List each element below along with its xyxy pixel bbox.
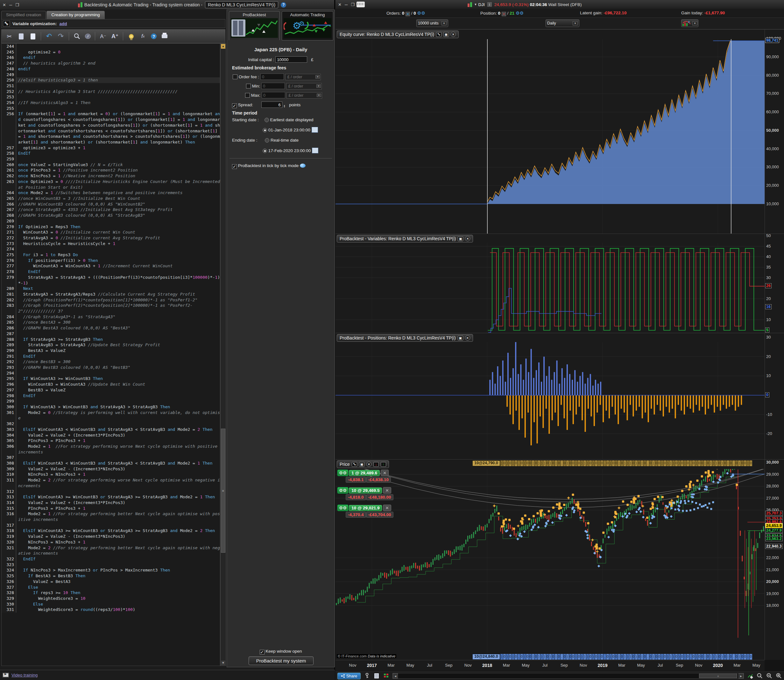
redo-icon[interactable]: ↷ bbox=[57, 33, 65, 40]
code-line[interactable]: 257 optimize3 = optimize3 + 1 bbox=[2, 145, 220, 151]
starting-calendar-icon[interactable] bbox=[312, 127, 318, 133]
code-line[interactable]: 272 StratAvgA3 = 0 //Initialize current … bbox=[2, 235, 220, 241]
code-line[interactable]: 308 ElsIf WinCountA3 < WinCountB3 and St… bbox=[2, 460, 220, 466]
buy-icon[interactable]: ↑ bbox=[381, 462, 386, 467]
tab-automatic-trading[interactable]: Automatic Trading ⚙⚙ bbox=[282, 11, 333, 40]
code-line[interactable]: 282 //Graph (PositionPerf(1)*countofposi… bbox=[2, 297, 220, 303]
code-line[interactable]: 250//elsif heuristicsalgo3 = 1 then bbox=[2, 77, 220, 83]
sell-icon[interactable]: ↓ bbox=[373, 462, 379, 467]
window-icon[interactable]: ▣ bbox=[458, 336, 463, 340]
tick-mode-tooltip-icon[interactable] bbox=[300, 164, 306, 168]
undo-icon[interactable]: ↶ bbox=[45, 33, 53, 40]
code-line[interactable]: 293 //GRAPH BestB3 coloured (0,0,0) AS "… bbox=[2, 365, 220, 370]
font-larger-icon[interactable]: A⁺ bbox=[111, 33, 119, 40]
maximize-window-icon[interactable]: ❒ bbox=[15, 3, 19, 7]
timeframe-dropdown[interactable]: Daily▼ bbox=[546, 19, 579, 27]
code-editor[interactable]: 244245 optimise2 = 0246 endif247 // heur… bbox=[1, 43, 220, 666]
insert-function-icon[interactable]: fx bbox=[139, 33, 147, 40]
add-chart-button[interactable]: + ▼ bbox=[681, 19, 698, 27]
code-line[interactable]: 304 ValueZ = ValueZ + (Increment3*PIncPo… bbox=[2, 433, 220, 438]
close-icon[interactable]: ✕ bbox=[451, 32, 456, 37]
ending-realtime-radio[interactable] bbox=[265, 138, 269, 143]
code-line[interactable]: 291 EndIf bbox=[2, 354, 220, 359]
scroll-up-icon[interactable]: ▲ bbox=[221, 44, 226, 49]
code-line[interactable]: 251 bbox=[2, 83, 220, 89]
code-line[interactable]: 305 PIncPos3 = PIncPos3 + 1 bbox=[2, 438, 220, 444]
wrench-icon[interactable]: 🔧︎ bbox=[436, 32, 442, 37]
ending-date-radio[interactable] bbox=[263, 149, 267, 153]
code-line[interactable]: 283 //Graph (PositionPerf(2)*countofposi… bbox=[2, 302, 220, 314]
minimize-window-icon[interactable]: ─ bbox=[9, 3, 12, 7]
code-line[interactable]: 258EndIf bbox=[2, 151, 220, 156]
close-window-icon[interactable]: ✕ bbox=[3, 3, 6, 7]
code-line[interactable]: 327 Else bbox=[2, 584, 220, 590]
position-settings-icon[interactable]: ⚙⚙ bbox=[338, 505, 348, 511]
code-line[interactable]: 264once Mode2 = 1 //Switches between neg… bbox=[2, 190, 220, 196]
code-line[interactable]: 267//once StratAvgB3 = 4353 //Initialize… bbox=[2, 207, 220, 212]
code-line[interactable]: 306 Mode2 = 1 //For strategy performing … bbox=[2, 444, 220, 455]
chart-edit-icon[interactable] bbox=[747, 673, 754, 679]
code-line[interactable]: 303 ElsIf WinCountA3 < WinCountB3 and St… bbox=[2, 427, 220, 433]
code-line[interactable]: 320 NIncPos3 = NIncPos3 + 1 bbox=[2, 539, 220, 545]
close-window-icon[interactable]: ✕ bbox=[338, 2, 342, 7]
orders-key-icon[interactable] bbox=[364, 673, 370, 679]
tab-probacktest[interactable]: ProBacktest bbox=[229, 11, 280, 40]
close-position-icon[interactable]: ✕ bbox=[383, 505, 391, 511]
code-line[interactable]: 268//GRAPH StratAvgB3 coloured (0,0,0) A… bbox=[2, 212, 220, 218]
code-line[interactable]: 273 HeuristicsCycle = HeuristicsCycle + … bbox=[2, 241, 220, 247]
scrollbar-thumb[interactable]: ≡ bbox=[221, 429, 226, 553]
spread-checkbox[interactable]: ✓ bbox=[232, 104, 237, 108]
code-line[interactable]: 248endif bbox=[2, 66, 220, 72]
code-line[interactable]: 285 //once BestA3 = 300 bbox=[2, 320, 220, 325]
scroll-right-icon[interactable]: ► bbox=[738, 673, 744, 678]
code-line[interactable]: 288 If StratAvgA3 >= StratAvgB3 Then bbox=[2, 337, 220, 342]
code-line[interactable]: 259 bbox=[2, 156, 220, 162]
code-line[interactable]: 245 optimise2 = 0 bbox=[2, 49, 220, 55]
zoom-out-icon[interactable] bbox=[766, 673, 773, 679]
max-checkbox[interactable] bbox=[245, 93, 250, 98]
code-line[interactable]: 252// Heuristics Algorithm 3 Start /////… bbox=[2, 89, 220, 94]
wrench-icon[interactable]: 🔧︎ bbox=[352, 462, 357, 467]
code-line[interactable]: 290 BestA3 = ValueZ bbox=[2, 348, 220, 354]
code-line[interactable]: 254//If HeuristicsAlgo3 = 1 Then bbox=[2, 100, 220, 105]
probacktest-run-button[interactable]: ProBacktest my system bbox=[249, 656, 314, 665]
cut-icon[interactable]: ✂ bbox=[5, 33, 13, 40]
position-settings-icon[interactable]: ⚙⚙ bbox=[338, 470, 348, 476]
code-line[interactable]: 270If Optimize3 = Reps3 Then bbox=[2, 224, 220, 230]
max-unit-select[interactable]: £ / order▼ bbox=[287, 92, 322, 99]
code-line[interactable]: 294 bbox=[2, 370, 220, 376]
ending-calendar-icon[interactable] bbox=[312, 148, 318, 153]
code-line[interactable]: 269 bbox=[2, 218, 220, 224]
window-icon[interactable]: ▣ bbox=[359, 462, 364, 467]
add-optimization-link[interactable]: add bbox=[60, 21, 67, 26]
code-line[interactable]: 322 EndIf bbox=[2, 556, 220, 562]
info-icon[interactable]: i bbox=[487, 2, 492, 7]
close-icon[interactable]: ✕ bbox=[465, 335, 470, 340]
editor-help-icon[interactable]: ? bbox=[151, 33, 156, 39]
code-line[interactable]: 301 Mode2 = 0 //Strategy is performing w… bbox=[2, 410, 220, 421]
symbol-dropdown-icon[interactable]: ▼ bbox=[474, 3, 477, 6]
editor-scrollbar[interactable]: ▲ ≡ ▼ bbox=[220, 43, 226, 666]
max-input[interactable] bbox=[262, 92, 285, 98]
position-settings-icon[interactable]: ⚙⚙ bbox=[516, 11, 524, 16]
code-line[interactable]: 295 If WinCountA3 >= WinCountB3 Then bbox=[2, 376, 220, 381]
code-line[interactable]: 249 bbox=[2, 72, 220, 78]
code-line[interactable]: 309 ValueZ = ValueZ - (Increment3*NIncPo… bbox=[2, 466, 220, 472]
close-icon[interactable]: ✕ bbox=[465, 236, 470, 241]
code-line[interactable]: 325 If BestA3 = BestB3 Then bbox=[2, 573, 220, 579]
hscroll-thumb[interactable]: ≡ bbox=[699, 674, 737, 678]
tick-mode-checkbox[interactable]: ✓ bbox=[232, 164, 237, 169]
scroll-down-icon[interactable]: ▼ bbox=[221, 661, 226, 665]
keyboard-icon[interactable] bbox=[357, 2, 365, 7]
code-line[interactable]: 298 EndIf bbox=[2, 393, 220, 399]
code-line[interactable]: 310 NIncPos3 = NIncPos3 + 1 bbox=[2, 472, 220, 477]
code-line[interactable]: 312 bbox=[2, 489, 220, 494]
code-line[interactable]: 311 Mode2 = 2 //For strategy performing … bbox=[2, 477, 220, 488]
code-line[interactable]: 319 ValueZ = ValueZ - (Increment3*NIncPo… bbox=[2, 534, 220, 539]
spread-input[interactable] bbox=[261, 102, 282, 108]
paste-icon[interactable] bbox=[29, 33, 36, 40]
code-line[interactable]: 331 WeightedScore3 = round((reps3/100)*1… bbox=[2, 607, 220, 612]
code-line[interactable]: 246 endif bbox=[2, 55, 220, 60]
minimize-window-icon[interactable]: ─ bbox=[345, 2, 348, 7]
code-line[interactable]: 260once ValueZ = StartingValue3 // N = £… bbox=[2, 162, 220, 168]
